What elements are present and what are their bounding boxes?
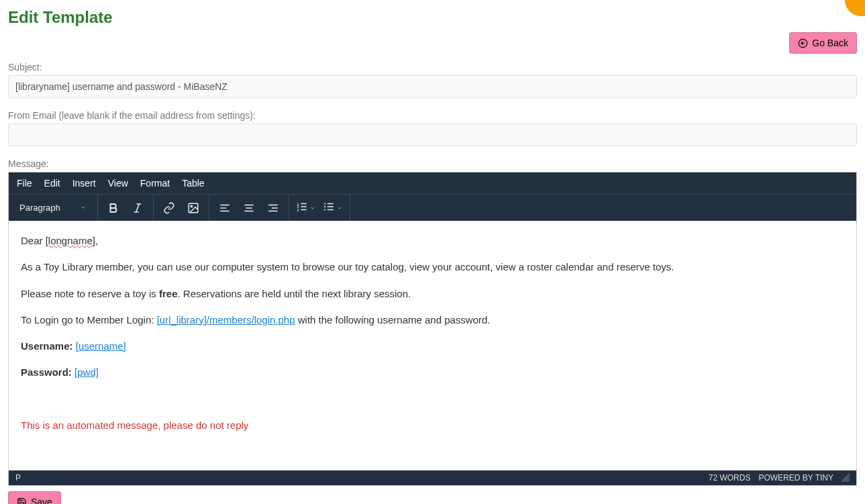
align-right-button[interactable]	[262, 197, 285, 219]
rich-text-editor: File Edit Insert View Format Table Parag…	[8, 172, 857, 486]
block-format-select[interactable]: Paragraph	[13, 203, 93, 213]
bullet-list-button[interactable]	[320, 201, 346, 215]
image-icon	[187, 202, 199, 214]
image-button[interactable]	[182, 197, 205, 219]
content-footer: This is an automated message, please do …	[21, 417, 844, 433]
align-center-icon	[243, 202, 255, 214]
resize-grip-icon[interactable]	[842, 474, 850, 482]
italic-icon	[132, 202, 144, 214]
editor-content[interactable]: Dear [longname], As a Toy Library member…	[9, 221, 856, 470]
menu-edit[interactable]: Edit	[44, 178, 60, 189]
italic-button[interactable]	[126, 197, 149, 219]
content-login: To Login go to Member Login: [url_librar…	[21, 312, 844, 327]
menu-view[interactable]: View	[108, 178, 128, 189]
svg-line-4	[136, 204, 140, 212]
status-path[interactable]: P	[15, 473, 21, 483]
content-intro: As a Toy Library member, you can use our…	[21, 259, 844, 274]
from-email-label: From Email (leave blank if the email add…	[8, 110, 857, 121]
svg-text:3: 3	[297, 208, 299, 212]
editor-toolbar: Paragraph	[9, 194, 856, 221]
block-format-label: Paragraph	[19, 203, 60, 213]
align-left-icon	[219, 202, 231, 214]
message-label: Message:	[8, 158, 857, 169]
word-count: 72 WORDS	[709, 473, 751, 483]
page-title: Edit Template	[8, 8, 857, 27]
bold-button[interactable]	[102, 197, 125, 219]
numbered-list-button[interactable]: 123	[293, 201, 319, 215]
editor-menubar: File Edit Insert View Format Table	[9, 172, 856, 194]
chevron-down-icon	[309, 203, 316, 213]
svg-point-6	[191, 205, 192, 207]
svg-point-27	[324, 209, 325, 210]
content-password: Password: [pwd]	[21, 364, 844, 380]
arrow-left-circle-icon	[798, 38, 808, 48]
subject-label: Subject:	[8, 62, 857, 72]
editor-statusbar: P 72 WORDS POWERED BY TINY	[9, 470, 856, 485]
save-button[interactable]: Save	[8, 491, 61, 504]
content-username: Username: [username]	[21, 338, 844, 354]
align-center-button[interactable]	[238, 197, 260, 219]
svg-point-26	[324, 206, 325, 207]
top-actions: Go Back	[8, 32, 857, 54]
powered-by[interactable]: POWERED BY TINY	[758, 473, 833, 483]
from-email-input[interactable]	[8, 123, 857, 146]
menu-format[interactable]: Format	[140, 178, 170, 189]
go-back-button[interactable]: Go Back	[789, 32, 857, 54]
numbered-list-icon: 123	[296, 201, 308, 215]
chevron-down-icon	[80, 203, 87, 213]
save-icon	[17, 497, 27, 505]
align-left-button[interactable]	[213, 197, 236, 219]
subject-input[interactable]	[8, 75, 857, 98]
go-back-label: Go Back	[812, 38, 848, 48]
login-link[interactable]: [url_library]/members/login.php	[157, 314, 295, 325]
menu-file[interactable]: File	[17, 178, 32, 189]
content-greeting: Dear [longname],	[21, 233, 844, 248]
bold-icon	[107, 202, 119, 214]
link-icon	[163, 202, 175, 214]
menu-insert[interactable]: Insert	[72, 178, 96, 189]
content-reserve: Please note to reserve a toy is free. Re…	[21, 286, 844, 301]
chevron-down-icon	[336, 203, 343, 213]
svg-point-25	[324, 203, 325, 204]
save-label: Save	[31, 497, 52, 504]
align-right-icon	[267, 202, 279, 214]
bullet-list-icon	[323, 201, 335, 215]
link-button[interactable]	[158, 197, 181, 219]
menu-table[interactable]: Table	[182, 178, 204, 189]
